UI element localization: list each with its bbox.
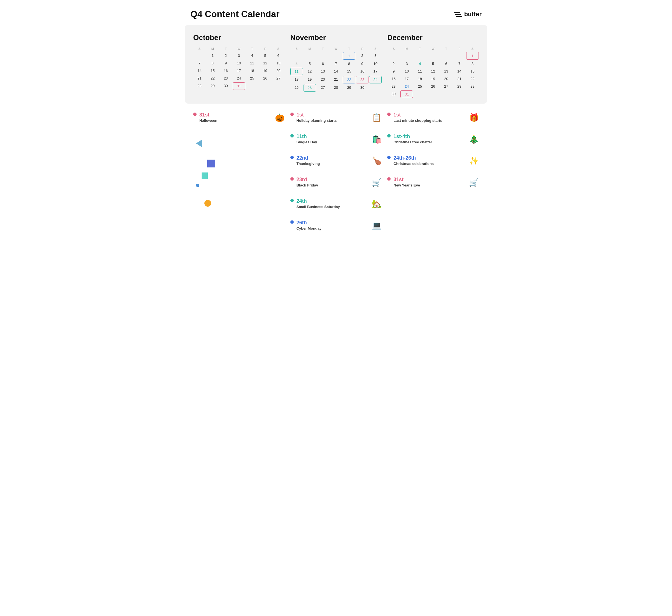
- page-title: Q4 Content Calendar: [190, 9, 279, 19]
- dec-23: 23: [387, 83, 400, 90]
- oct-1: 1: [206, 52, 219, 59]
- nov-event-smallbiz: 24th Small Business Saturday 🏡: [290, 198, 382, 211]
- new-years-eve-icon: 🛒: [469, 178, 479, 187]
- dow-w1: W: [233, 46, 245, 52]
- cyber-monday-icon: 💻: [372, 221, 382, 230]
- dec-31: 31: [400, 90, 413, 98]
- nov-dot-holiday: [290, 113, 294, 116]
- oct-event-label-halloween: Halloween: [199, 118, 272, 123]
- nov-26: 26: [304, 84, 316, 92]
- dec-29: 29: [466, 83, 479, 90]
- dec-dot-newyearseve: [387, 177, 391, 181]
- nov-event-date-holiday: 1st: [297, 112, 369, 118]
- oct-13: 13: [272, 60, 285, 67]
- october-events: 31st Halloween 🎃: [190, 112, 288, 239]
- circle-blue-shape: [196, 184, 199, 187]
- nov-20: 20: [317, 76, 329, 83]
- dec-event-christmastree: 1st-4th Christmas tree chatter 🎄: [387, 134, 479, 147]
- oct-27: 27: [272, 75, 285, 82]
- dec-event-date-xmascelebrations: 24th-26th: [393, 155, 466, 161]
- oct-24: 24: [233, 75, 245, 82]
- dec-dow-s2: S: [466, 46, 479, 52]
- nov-12: 12: [304, 68, 316, 75]
- dec-6: 6: [440, 60, 452, 67]
- thanksgiving-icon: 🍗: [372, 156, 382, 165]
- oct-3: 3: [233, 52, 245, 59]
- dec-15: 15: [466, 68, 479, 75]
- nov-14: 14: [330, 68, 342, 75]
- oct-empty1: [193, 52, 206, 59]
- dec-11: 11: [414, 68, 426, 75]
- dec-dot-lastminute: [387, 113, 391, 116]
- circle-orange-shape: [204, 200, 211, 207]
- dec-event-lastminute: 1st Last minute shopping starts 🎁: [387, 112, 479, 125]
- nov-2: 2: [356, 52, 368, 60]
- oct-19: 19: [259, 67, 272, 74]
- dec-4: 4: [414, 60, 426, 67]
- oct-5: 5: [259, 52, 272, 59]
- dec-22: 22: [466, 75, 479, 82]
- oct-4: 4: [246, 52, 258, 59]
- oct-14: 14: [193, 67, 206, 74]
- dec-13: 13: [440, 68, 452, 75]
- dow-m1: M: [206, 46, 219, 52]
- oct-11: 11: [246, 60, 258, 67]
- dec-dow-f1: F: [453, 46, 466, 52]
- nov-event-label-cybermonday: Cyber Monday: [297, 226, 369, 230]
- nov-7: 7: [330, 60, 342, 67]
- small-biz-icon: 🏡: [372, 199, 382, 209]
- nov-event-blackfriday: 23rd Black Friday 🛒: [290, 177, 382, 190]
- nov-8: 8: [343, 60, 355, 67]
- dec-9: 9: [387, 68, 400, 75]
- dec-14: 14: [453, 68, 466, 75]
- nov-15: 15: [343, 68, 355, 75]
- dec-24: 24: [400, 83, 413, 90]
- nov-11: 11: [290, 68, 303, 75]
- christmas-celebrations-icon: ✨: [469, 156, 479, 165]
- october-title: October: [193, 33, 285, 42]
- nov-4: 4: [290, 60, 303, 67]
- dec-event-newyearseve: 31st New Year's Eve 🛒: [387, 177, 479, 187]
- dec-27: 27: [440, 83, 452, 90]
- christmas-tree-icon: 🎄: [469, 135, 479, 144]
- november-events: 1st Holiday planning starts 📋 11th Singl…: [288, 112, 385, 239]
- dow-t2: T: [246, 46, 258, 52]
- oct-23: 23: [220, 75, 232, 82]
- buffer-logo-text: buffer: [464, 11, 482, 18]
- nov-event-thanksgiving: 22nd Thanksgiving 🍗: [290, 155, 382, 168]
- november-title: November: [290, 33, 382, 42]
- oct-31: 31: [233, 82, 245, 90]
- halloween-icon: 🎃: [275, 113, 285, 122]
- nov-event-label-holiday: Holiday planning starts: [297, 118, 369, 123]
- oct-7: 7: [193, 60, 206, 67]
- nov-event-date-cybermonday: 26th: [297, 220, 369, 226]
- nov-event-singles: 11th Singles Day 🛍️: [290, 134, 382, 147]
- page-header: Q4 Content Calendar buffer: [179, 0, 493, 25]
- nov-dow-w1: W: [330, 46, 342, 52]
- nov-24: 24: [369, 76, 382, 83]
- nov-17: 17: [369, 68, 382, 75]
- oct-9: 9: [220, 60, 232, 67]
- dec-event-xmascelebrations: 24th-26th Christmas celebrations ✨: [387, 155, 479, 168]
- dow-s1: S: [193, 46, 206, 52]
- december-title: December: [387, 33, 479, 42]
- dec-8: 8: [466, 60, 479, 67]
- calendar-section: October S M T W T F S 1 2 3 4 5 6 7 8 9 …: [185, 25, 487, 104]
- dec-19: 19: [427, 75, 439, 82]
- last-minute-icon: 🎁: [469, 113, 479, 122]
- oct-30: 30: [220, 82, 232, 90]
- oct-26: 26: [259, 75, 272, 82]
- oct-16: 16: [220, 67, 232, 74]
- nov-dot-thanksgiving: [290, 156, 294, 159]
- nov-event-label-blackfriday: Black Friday: [297, 183, 369, 187]
- oct-6: 6: [272, 52, 285, 59]
- nov-event-holiday: 1st Holiday planning starts 📋: [290, 112, 382, 125]
- december-month: December S M T W T F S 1 2 3 4 5 6 7 8 9…: [387, 33, 479, 98]
- nov-18: 18: [290, 76, 303, 83]
- nov-27: 27: [317, 84, 329, 92]
- nov-30: 30: [356, 84, 368, 92]
- oct-21: 21: [193, 75, 206, 82]
- nov-dow-m1: M: [304, 46, 316, 52]
- dec-event-date-lastminute: 1st: [393, 112, 466, 118]
- oct-15: 15: [206, 67, 219, 74]
